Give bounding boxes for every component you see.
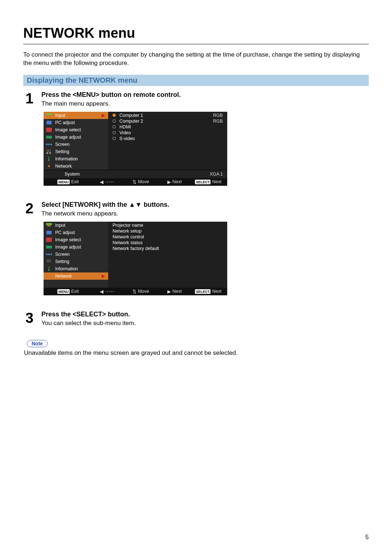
radio-icon bbox=[113, 125, 116, 128]
input-option: Computer 2RGB bbox=[108, 118, 227, 124]
step-desc: The main menu appears. bbox=[41, 100, 369, 107]
svg-rect-0 bbox=[46, 113, 52, 115]
radio-icon bbox=[113, 137, 116, 140]
next-arrow-icon: ▶ bbox=[167, 289, 171, 294]
osd-footer: MENUExit ◀----- ⇅Move ▶Next SELECTNext bbox=[44, 178, 227, 186]
image-adjust-icon bbox=[46, 135, 52, 140]
option-label: Network status bbox=[113, 240, 143, 245]
svg-rect-4 bbox=[46, 144, 48, 145]
option-label: Network factory default bbox=[113, 246, 159, 251]
menu-item-network: Network bbox=[44, 163, 108, 170]
option-label: HDMI bbox=[119, 124, 131, 130]
screen-icon bbox=[46, 142, 52, 147]
step-desc: The network menu appears. bbox=[41, 210, 369, 217]
osd-left-menu: Input ▶ PC adjust Image select bbox=[44, 112, 108, 170]
svg-rect-14 bbox=[48, 254, 50, 255]
osd-footer: MENUExit ◀----- ⇅Move ▶Next SELECTNext bbox=[44, 288, 227, 295]
pc-adjust-icon bbox=[46, 120, 52, 125]
svg-rect-13 bbox=[46, 254, 48, 255]
input-option: S-video bbox=[108, 136, 227, 141]
footer-back: ----- bbox=[105, 289, 114, 294]
step-number: 3 bbox=[25, 311, 39, 325]
menu-badge: MENU bbox=[57, 289, 70, 294]
input-icon bbox=[46, 223, 52, 228]
menu-label: Network bbox=[55, 164, 72, 169]
arrow-right-icon: ▶ bbox=[102, 112, 105, 118]
menu-item-pc-adjust: PC adjust bbox=[44, 119, 108, 126]
input-option: HDMI bbox=[108, 124, 227, 130]
menu-label: Image adjust bbox=[55, 135, 81, 140]
menu-item-information: Information bbox=[44, 155, 108, 163]
menu-item-screen: Screen bbox=[44, 251, 108, 258]
title-divider bbox=[23, 44, 369, 44]
option-label: Network setup bbox=[113, 229, 142, 234]
network-option: Network status bbox=[108, 240, 227, 246]
back-arrow-icon: ◀ bbox=[100, 179, 103, 185]
menu-item-setting: Setting bbox=[44, 258, 108, 265]
screen-icon bbox=[46, 252, 52, 257]
menu-item-setting: Setting bbox=[44, 148, 108, 155]
section-heading: Displaying the NETWORK menu bbox=[23, 75, 369, 86]
image-adjust-icon bbox=[46, 245, 52, 250]
svg-rect-16 bbox=[48, 267, 49, 268]
menu-item-network: Network ▶ bbox=[44, 272, 108, 280]
osd-left-menu: Input PC adjust Image select Image bbox=[44, 222, 108, 288]
osd-right-panel: Projector name Network setup Network con… bbox=[108, 222, 227, 288]
setting-icon bbox=[46, 149, 52, 154]
footer-next: Next bbox=[172, 289, 182, 294]
input-icon bbox=[46, 113, 52, 118]
svg-rect-9 bbox=[46, 223, 52, 225]
setting-icon bbox=[46, 259, 52, 264]
menu-label: Image adjust bbox=[55, 245, 81, 250]
image-select-icon bbox=[46, 127, 52, 132]
arrow-right-icon: ▶ bbox=[102, 273, 105, 279]
footer-exit: Exit bbox=[71, 179, 79, 184]
svg-rect-2 bbox=[46, 128, 52, 132]
select-badge: SELECT bbox=[195, 180, 211, 184]
menu-item-pc-adjust: PC adjust bbox=[44, 229, 108, 236]
network-option: Projector name bbox=[108, 222, 227, 228]
footer-select-next: Next bbox=[212, 179, 221, 184]
menu-label: Image select bbox=[55, 237, 81, 242]
menu-item-input: Input bbox=[44, 222, 108, 229]
osd-right-panel: Computer 1RGB Computer 2RGB HDMI Video S… bbox=[108, 112, 227, 170]
pc-adjust-icon bbox=[46, 230, 52, 235]
menu-label: Setting bbox=[55, 149, 69, 154]
menu-label: Input bbox=[55, 223, 65, 228]
updown-icon: ⇅ bbox=[132, 289, 136, 294]
menu-item-image-adjust: Image adjust bbox=[44, 243, 108, 251]
option-label: Network control bbox=[113, 234, 144, 239]
svg-rect-11 bbox=[46, 238, 52, 242]
menu-label: Screen bbox=[55, 142, 70, 147]
menu-label: Input bbox=[55, 113, 65, 118]
note-badge: Note bbox=[27, 340, 48, 347]
svg-rect-6 bbox=[50, 144, 52, 145]
footer-select-next: Next bbox=[212, 289, 221, 294]
footer-exit: Exit bbox=[71, 289, 79, 294]
step-number: 1 bbox=[25, 91, 39, 106]
next-arrow-icon: ▶ bbox=[167, 179, 171, 185]
network-option: Network setup bbox=[108, 228, 227, 234]
menu-label: Screen bbox=[55, 252, 70, 257]
menu-item-image-select: Image select bbox=[44, 126, 108, 134]
input-option: Computer 1RGB bbox=[108, 112, 227, 118]
menu-label: Information bbox=[55, 266, 78, 271]
footer-move: Move bbox=[138, 179, 149, 184]
option-label: Computer 1 bbox=[119, 113, 143, 118]
menu-item-input: Input ▶ bbox=[44, 112, 108, 119]
menu-label: PC adjust bbox=[55, 230, 75, 235]
svg-rect-1 bbox=[46, 121, 52, 124]
osd-network-menu: Input PC adjust Image select Image bbox=[44, 222, 227, 295]
menu-item-information: Information bbox=[44, 265, 108, 272]
menu-item-image-select: Image select bbox=[44, 236, 108, 243]
radio-selected-icon bbox=[113, 114, 116, 117]
footer-move: Move bbox=[138, 289, 149, 294]
step-title: Press the <MENU> button on remote contro… bbox=[41, 91, 369, 99]
step-2: 2 Select [NETWORK] with the ▲▼ buttons. … bbox=[25, 201, 369, 304]
menu-item-screen: Screen bbox=[44, 141, 108, 148]
svg-rect-5 bbox=[48, 144, 50, 145]
page-title: NETWORK menu bbox=[23, 25, 369, 41]
network-option: Network control bbox=[108, 234, 227, 240]
page-number: 5 bbox=[366, 534, 369, 541]
network-option: Network factory default bbox=[108, 246, 227, 251]
